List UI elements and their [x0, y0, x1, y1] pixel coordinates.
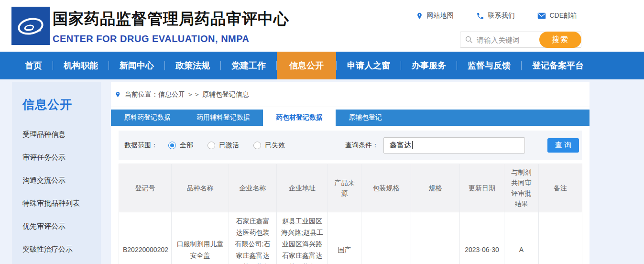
tab-1[interactable]: 药用辅料登记数据 [184, 110, 263, 126]
tab-2[interactable]: 药包材登记数据 [263, 110, 336, 126]
nav-item-1[interactable]: 机构职能 [53, 52, 109, 79]
query-input[interactable]: 鑫富达 [383, 137, 525, 154]
scope-radio-0[interactable]: 全部 [168, 141, 193, 150]
main-nav: 首页机构职能新闻中心政策法规党建工作信息公开申请人之窗办事服务监督与反馈登记备案… [0, 52, 644, 79]
sidebar-item-2[interactable]: 沟通交流公示 [12, 169, 101, 192]
table-cell-r0-c7: 2023-06-30 [460, 212, 504, 264]
site-title-cn: 国家药品监督管理局药品审评中心 [53, 9, 289, 30]
radio-circle-icon [253, 142, 261, 149]
phone-icon [476, 12, 484, 20]
table-cell-r0-c6 [411, 212, 460, 264]
content-panel: 当前位置：信息公开 ＞＞ 原辅包登记信息 原料药登记数据药用辅料登记数据药包材登… [111, 82, 589, 264]
col-header-1: 品种名称 [172, 164, 229, 212]
nav-item-4[interactable]: 党建工作 [221, 52, 276, 79]
table-head: 登记号品种名称企业名称企业地址产品来源包装规格规格更新日期与制剂共同审评审批结果… [119, 164, 582, 212]
table-cell-r0-c9 [539, 212, 582, 264]
breadcrumb: 当前位置：信息公开 ＞＞ 原辅包登记信息 [111, 82, 589, 107]
scope-radio-label: 已激活 [219, 141, 239, 150]
contact-us-link[interactable]: 联系我们 [476, 11, 514, 20]
col-header-0: 登记号 [119, 164, 172, 212]
sidebar-list: 受理品种信息审评任务公示沟通交流公示特殊审批品种列表优先审评公示突破性治疗公示三… [12, 123, 101, 264]
site-title-en: CENTER FOR DRUG EVALUATION, NMPA [53, 33, 289, 44]
query-input-value: 鑫富达 [390, 141, 411, 150]
registration-table: 登记号品种名称企业名称企业地址产品来源包装规格规格更新日期与制剂共同审评审批结果… [119, 164, 582, 264]
nav-item-2[interactable]: 新闻中心 [109, 52, 164, 79]
col-header-3: 企业地址 [277, 164, 328, 212]
nav-item-6[interactable]: 申请人之窗 [337, 52, 401, 79]
col-header-9: 备注 [539, 164, 582, 212]
tab-0[interactable]: 原料药登记数据 [111, 110, 184, 126]
table-cell-r0-c0: B20220000202 [119, 212, 172, 264]
nav-item-5[interactable]: 信息公开 [277, 52, 336, 79]
utility-links: 网站地图 联系我们 CDE邮箱 [416, 11, 577, 20]
sitemap-link-label: 网站地图 [426, 11, 453, 20]
sidebar-item-1[interactable]: 审评任务公示 [12, 146, 101, 169]
location-pin-icon [115, 90, 121, 99]
cde-logo [11, 7, 50, 45]
cde-mail-link-label: CDE邮箱 [549, 11, 577, 20]
scope-label: 数据范围： [124, 141, 158, 150]
sidebar-item-4[interactable]: 优先审评公示 [12, 215, 101, 238]
data-tabs: 原料药登记数据药用辅料登记数据药包材登记数据原辅包登记 [111, 110, 589, 126]
envelope-icon [537, 12, 546, 20]
scope-radio-label: 已失效 [265, 141, 285, 150]
scope-radio-group: 全部已激活已失效 [168, 141, 285, 150]
nav-item-7[interactable]: 办事服务 [401, 52, 457, 79]
scope-radio-2[interactable]: 已失效 [253, 141, 285, 150]
col-header-8: 与制剂共同审评审批结果 [504, 164, 539, 212]
search-icon [465, 36, 473, 44]
location-pin-icon [416, 11, 423, 20]
main-area: 信息公开 受理品种信息审评任务公示沟通交流公示特殊审批品种列表优先审评公示突破性… [0, 79, 644, 264]
table-cell-r0-c5 [361, 212, 411, 264]
table-cell-r0-c2: 石家庄鑫富达医药包装有限公司;石家庄鑫富达医药包装有限公司 [229, 212, 277, 264]
table-header-row: 登记号品种名称企业名称企业地址产品来源包装规格规格更新日期与制剂共同审评审批结果… [119, 164, 582, 212]
query-button[interactable]: 查询 [547, 138, 579, 153]
col-header-2: 企业名称 [229, 164, 277, 212]
breadcrumb-text: 当前位置：信息公开 ＞＞ 原辅包登记信息 [125, 90, 249, 99]
sitemap-link[interactable]: 网站地图 [416, 11, 453, 20]
site-title-block: 国家药品监督管理局药品审评中心 CENTER FOR DRUG EVALUATI… [53, 9, 289, 44]
tab-3[interactable]: 原辅包登记 [336, 110, 395, 126]
scope-radio-1[interactable]: 已激活 [207, 141, 239, 150]
nav-item-3[interactable]: 政策法规 [165, 52, 220, 79]
table-cell-r0-c8: A [504, 212, 539, 264]
page-header: 国家药品监督管理局药品审评中心 CENTER FOR DRUG EVALUATI… [0, 0, 644, 52]
text-caret [412, 141, 413, 149]
cde-mail-link[interactable]: CDE邮箱 [537, 11, 577, 20]
table-cell-r0-c1: 口服制剂用儿童安全盖 [172, 212, 229, 264]
nav-item-9[interactable]: 登记备案平台 [522, 52, 594, 79]
col-header-6: 规格 [411, 164, 460, 212]
sidebar-item-5[interactable]: 突破性治疗公示 [12, 238, 101, 261]
sidebar-item-6[interactable]: 三合一序列公示 [12, 261, 101, 264]
table-body: B20220000202口服制剂用儿童安全盖石家庄鑫富达医药包装有限公司;石家庄… [119, 212, 582, 264]
contact-us-link-label: 联系我们 [488, 11, 514, 20]
radio-circle-icon [207, 142, 215, 149]
table-row: B20220000202口服制剂用儿童安全盖石家庄鑫富达医药包装有限公司;石家庄… [119, 212, 582, 264]
sidebar-item-0[interactable]: 受理品种信息 [12, 123, 101, 146]
table-cell-r0-c3: 赵县工业园区海兴路;赵县工业园区海兴路石家庄鑫富达医药包装有限公司一车间 [277, 212, 328, 264]
site-search-button[interactable]: 搜索 [539, 32, 581, 48]
scope-radio-label: 全部 [180, 141, 193, 150]
nav-item-0[interactable]: 首页 [14, 52, 53, 79]
cde-logo-icon [15, 10, 46, 42]
nav-item-8[interactable]: 监督与反馈 [457, 52, 521, 79]
col-header-7: 更新日期 [460, 164, 504, 212]
col-header-4: 产品来源 [328, 164, 361, 212]
filter-bar: 数据范围： 全部已激活已失效 查询条件： 鑫富达 查询 [119, 131, 582, 160]
table-cell-r0-c4: 国产 [328, 212, 361, 264]
sidebar-title: 信息公开 [12, 82, 101, 112]
radio-circle-icon [168, 142, 176, 149]
sidebar-item-3[interactable]: 特殊审批品种列表 [12, 192, 101, 215]
col-header-5: 包装规格 [361, 164, 411, 212]
query-label: 查询条件： [345, 141, 379, 150]
sidebar: 信息公开 受理品种信息审评任务公示沟通交流公示特殊审批品种列表优先审评公示突破性… [12, 82, 101, 264]
